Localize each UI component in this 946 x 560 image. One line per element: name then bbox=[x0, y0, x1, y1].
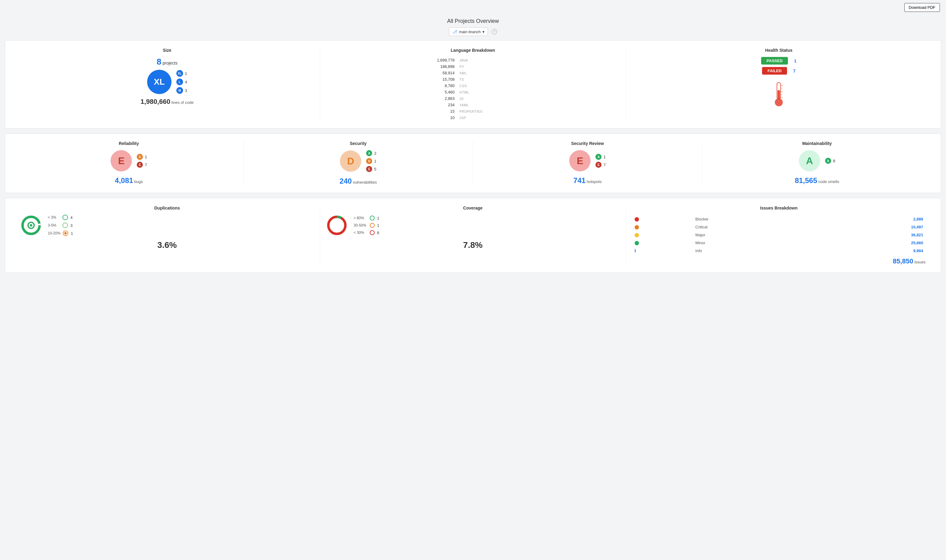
reliability-grade: E bbox=[111, 150, 132, 171]
badge-m-circle: M bbox=[176, 87, 183, 94]
badge-xl: XL 1 bbox=[176, 70, 187, 77]
cov-dot-gt80 bbox=[370, 215, 375, 220]
badge-l: L 4 bbox=[176, 78, 187, 85]
coverage-section: Coverage > 80% 1 30-50% 1 bbox=[320, 206, 626, 265]
reliability-sub-list: D 1 E 7 bbox=[137, 154, 147, 168]
dup-count-35: 3 bbox=[70, 223, 72, 228]
major-icon: ⬤ bbox=[634, 232, 639, 237]
svg-rect-2 bbox=[778, 90, 780, 99]
sub-d-badge: D bbox=[137, 154, 143, 160]
reliability-num: 4,081 bbox=[115, 176, 133, 185]
lang-name: JSP bbox=[457, 114, 620, 121]
bottom-card: Duplications < 3% 4 3-5% bbox=[5, 198, 941, 273]
language-row: 5,460 HTML bbox=[326, 89, 620, 95]
thermometer-svg bbox=[771, 80, 786, 107]
sec-sub-e-count: 5 bbox=[374, 167, 376, 171]
page-header: All Projects Overview ⎇ main branch ▾ ? bbox=[0, 15, 946, 40]
help-icon[interactable]: ? bbox=[492, 29, 497, 34]
sr-sub-e: E 7 bbox=[595, 162, 606, 168]
language-row: 10 JSP bbox=[326, 114, 620, 121]
svg-point-12 bbox=[30, 224, 32, 226]
reliability-grade-container: E D 1 E 7 bbox=[20, 150, 237, 171]
reliability-count: 4,081 bugs bbox=[20, 176, 237, 185]
lang-name: JAVA bbox=[457, 57, 620, 63]
lang-name: PY bbox=[457, 63, 620, 70]
security-grade-container: D A 2 D 1 E 5 bbox=[250, 150, 467, 172]
maintainability-title: Maintainability bbox=[708, 141, 926, 146]
lang-name: HTML bbox=[457, 89, 620, 95]
critical-icon: ⬤ bbox=[634, 225, 639, 229]
xl-grade-circle: XL bbox=[147, 70, 171, 94]
issue-critical-row: ⬤ Critical 10,497 bbox=[632, 223, 925, 231]
lang-count: 10 bbox=[326, 114, 457, 121]
lang-count: 15 bbox=[326, 108, 457, 114]
badge-m: M 3 bbox=[176, 87, 187, 94]
language-section: Language Breakdown 1,699,778 JAVA 188,89… bbox=[320, 48, 626, 121]
blocker-count: 2,888 bbox=[814, 215, 925, 223]
cov-percent: 7.8% bbox=[326, 240, 620, 250]
top-bar: Download PDF bbox=[0, 0, 946, 15]
health-passed-row: PASSED 1 bbox=[632, 57, 926, 65]
cov-range-gt80: > 80% 1 bbox=[354, 215, 379, 220]
security-review-sub-list: A 1 E 7 bbox=[595, 154, 606, 168]
reliability-sub-d: D 1 bbox=[137, 154, 147, 160]
dup-range-list: < 3% 4 3-5% 3 10-20% 1 bbox=[48, 215, 73, 236]
language-row: 2,863 JS bbox=[326, 95, 620, 102]
language-row: 58,914 XML bbox=[326, 70, 620, 76]
issue-major-row: ⬤ Major 36,821 bbox=[632, 231, 925, 238]
lang-count: 5,460 bbox=[326, 89, 457, 95]
failed-count: 7 bbox=[793, 69, 795, 73]
language-row: 1,699,778 JAVA bbox=[326, 57, 620, 63]
security-title: Security bbox=[250, 141, 467, 146]
lang-count: 8,780 bbox=[326, 83, 457, 89]
lines-num: 1,980,660 bbox=[140, 98, 170, 105]
size-title: Size bbox=[20, 48, 314, 53]
health-failed-row: FAILED 7 bbox=[632, 67, 926, 75]
sr-sub-a-badge: A bbox=[595, 154, 601, 160]
sec-sub-a-count: 2 bbox=[374, 151, 376, 155]
size-badges-row: XL XL 1 L 4 M 3 bbox=[20, 70, 314, 94]
lang-count: 58,914 bbox=[326, 70, 457, 76]
download-pdf-button[interactable]: Download PDF bbox=[904, 3, 940, 12]
lang-count: 1,699,778 bbox=[326, 57, 457, 63]
language-row: 8,780 CSS bbox=[326, 83, 620, 89]
metrics-card: Reliability E D 1 E 7 4,081 bugs Securit… bbox=[5, 133, 941, 193]
health-title: Health Status bbox=[632, 48, 926, 53]
dup-percent: 3.6% bbox=[20, 240, 314, 250]
branch-label: main branch bbox=[459, 29, 481, 34]
maint-sub-a-badge: A bbox=[825, 158, 831, 164]
security-review-grade-container: E A 1 E 7 bbox=[479, 150, 696, 171]
cov-dot-lt30 bbox=[370, 230, 375, 235]
duplications-content: < 3% 4 3-5% 3 10-20% 1 bbox=[20, 215, 314, 236]
sub-d-count: 1 bbox=[145, 155, 147, 159]
critical-label: Critical bbox=[694, 223, 813, 231]
passed-badge: PASSED bbox=[761, 57, 788, 65]
dup-range-1020: 10-20% 1 bbox=[48, 231, 73, 236]
security-sub-list: A 2 D 1 E 5 bbox=[366, 150, 376, 172]
blocker-icon: ⬤ bbox=[634, 217, 639, 222]
page-title: All Projects Overview bbox=[0, 18, 946, 25]
security-review-num: 741 bbox=[574, 176, 586, 185]
badge-l-count: 4 bbox=[185, 80, 187, 85]
top-card: Size 8 projects XL XL 1 L 4 M 3 bbox=[5, 40, 941, 129]
security-sub-a: A 2 bbox=[366, 150, 376, 156]
cov-range-list: > 80% 1 30-50% 1 < 30% 6 bbox=[354, 215, 379, 235]
sec-sub-a-badge: A bbox=[366, 150, 372, 156]
cov-count-3050: 1 bbox=[377, 223, 379, 228]
badge-xl-count: 1 bbox=[185, 71, 187, 76]
issue-minor-row: ⬤ Minor 25,660 bbox=[632, 239, 925, 246]
duplications-donut bbox=[20, 215, 42, 236]
branch-selector[interactable]: ⎇ main branch ▾ bbox=[449, 28, 488, 36]
dup-dot-35 bbox=[62, 223, 68, 228]
coverage-donut bbox=[326, 215, 348, 236]
sec-sub-d-count: 1 bbox=[374, 159, 376, 163]
dup-dot-lt3 bbox=[62, 215, 68, 220]
language-title: Language Breakdown bbox=[326, 48, 620, 53]
major-label: Major bbox=[694, 231, 813, 238]
cov-range-3050: 30-50% 1 bbox=[354, 223, 379, 228]
cov-range-lt30: < 30% 6 bbox=[354, 230, 379, 235]
coverage-title: Coverage bbox=[326, 206, 620, 211]
info-label: Info bbox=[694, 247, 813, 254]
badge-xl-circle: XL bbox=[176, 70, 183, 77]
critical-count: 10,497 bbox=[814, 223, 925, 231]
